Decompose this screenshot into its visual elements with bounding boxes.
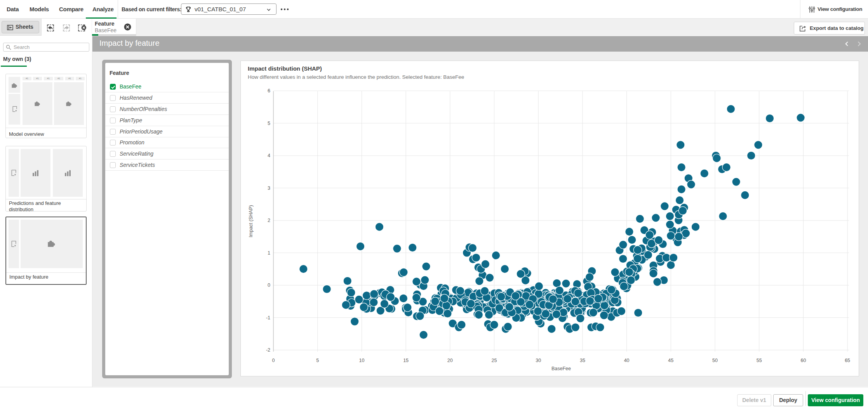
svg-text:45: 45 [668,358,673,363]
svg-text:5: 5 [268,121,270,126]
svg-text:30: 30 [536,358,541,363]
svg-text:3: 3 [268,185,270,191]
svg-text:0: 0 [272,358,275,363]
svg-text:60: 60 [800,358,806,363]
svg-text:4: 4 [268,153,270,158]
svg-text:65: 65 [845,358,850,363]
svg-text:10: 10 [359,358,364,363]
svg-text:5: 5 [316,358,319,363]
svg-text:25: 25 [492,358,497,363]
svg-text:Impact (SHAP): Impact (SHAP) [248,205,254,237]
svg-text:40: 40 [624,358,630,363]
svg-text:-2: -2 [266,347,270,353]
svg-text:6: 6 [268,88,270,94]
svg-text:0: 0 [268,282,270,288]
svg-text:50: 50 [712,358,718,363]
svg-text:2: 2 [268,218,270,223]
svg-text:1: 1 [268,250,270,256]
svg-text:BaseFee: BaseFee [551,366,571,371]
svg-text:15: 15 [403,358,409,363]
svg-text:20: 20 [447,358,453,363]
svg-text:55: 55 [757,358,762,363]
svg-text:35: 35 [580,358,585,363]
svg-text:-1: -1 [266,315,270,321]
